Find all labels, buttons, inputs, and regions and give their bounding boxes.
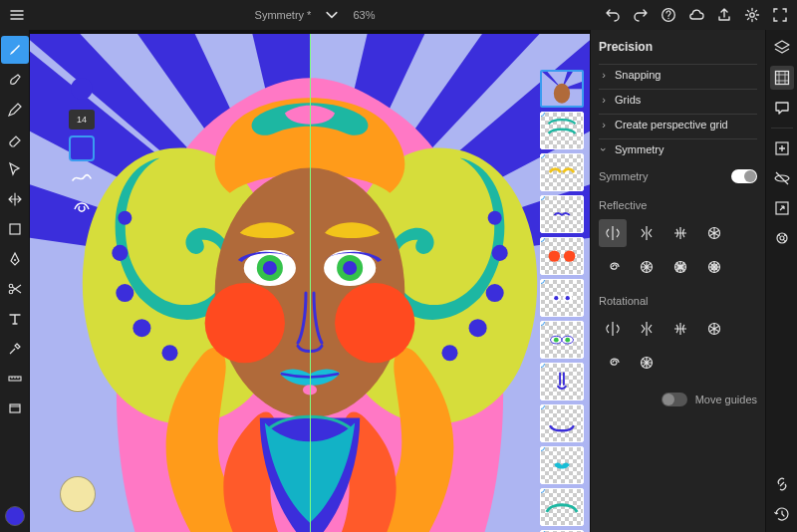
rotational-label: Rotational	[599, 289, 757, 311]
rotational-option-4[interactable]	[666, 315, 694, 343]
section-symmetry[interactable]: › Symmetry	[599, 138, 757, 159]
scissors-tool[interactable]	[1, 275, 29, 303]
brush-tool[interactable]	[1, 36, 29, 64]
section-label: Grids	[615, 94, 641, 106]
layer-thumb[interactable]	[540, 195, 584, 233]
cloud-sync-icon[interactable]	[687, 6, 705, 24]
section-label: Create perspective grid	[615, 119, 728, 131]
layer-thumb[interactable]	[540, 112, 584, 149]
stroke-style-wave[interactable]	[69, 167, 95, 189]
svg-point-23	[335, 283, 414, 363]
help-icon[interactable]	[660, 6, 677, 24]
pencil-tool[interactable]	[1, 96, 29, 124]
link-icon[interactable]	[770, 472, 794, 496]
layer-thumb[interactable]	[540, 488, 584, 526]
rotational-option-8[interactable]	[633, 349, 661, 377]
rotational-option-6[interactable]	[700, 315, 728, 343]
blob-brush-tool[interactable]	[1, 66, 29, 94]
reflective-option-dense[interactable]	[700, 253, 728, 281]
svg-point-19	[469, 319, 487, 337]
reflective-option-spiral[interactable]	[599, 253, 627, 281]
svg-point-33	[549, 250, 560, 261]
canvas-viewport[interactable]: 14	[30, 30, 590, 532]
reflective-option-12[interactable]	[666, 253, 694, 281]
brush-color-swatch[interactable]	[69, 135, 95, 161]
layers-panel-icon[interactable]	[770, 36, 794, 60]
svg-point-29	[343, 261, 357, 275]
svg-point-38	[566, 296, 570, 300]
export-icon[interactable]	[770, 196, 794, 220]
svg-point-18	[486, 284, 504, 302]
fullscreen-icon[interactable]	[771, 6, 789, 24]
layer-thumb[interactable]	[540, 279, 584, 317]
svg-point-12	[112, 245, 128, 261]
artboard-tool[interactable]	[1, 395, 29, 422]
reflective-option-vertical[interactable]	[633, 219, 661, 247]
move-guides-toggle[interactable]	[662, 393, 687, 406]
settings-gear-icon[interactable]	[743, 6, 761, 24]
ruler-tool[interactable]	[1, 365, 29, 393]
layer-thumb[interactable]	[540, 446, 584, 484]
reflective-option-8[interactable]	[633, 253, 661, 281]
zoom-level-label[interactable]: 63%	[353, 9, 375, 21]
share-icon[interactable]	[715, 6, 733, 24]
svg-point-4	[14, 259, 16, 261]
svg-point-34	[564, 250, 575, 261]
svg-point-42	[565, 338, 570, 343]
layer-thumb[interactable]	[540, 363, 584, 400]
rotational-option-3[interactable]	[633, 315, 661, 343]
layer-thumb[interactable]	[540, 404, 584, 442]
layer-thumb[interactable]	[540, 237, 584, 275]
section-snapping[interactable]: › Snapping	[599, 64, 757, 85]
visibility-icon[interactable]	[770, 166, 794, 190]
stroke-style-loop[interactable]	[69, 195, 95, 217]
shape-tool[interactable]	[1, 215, 29, 243]
layer-thumbnails	[540, 70, 584, 532]
undo-icon[interactable]	[604, 6, 622, 24]
menu-icon[interactable]	[8, 6, 26, 24]
layer-thumb[interactable]	[540, 153, 584, 191]
appearance-icon[interactable]	[770, 226, 794, 250]
rotational-mode-grid	[599, 315, 757, 381]
rotational-option-spiral[interactable]	[599, 349, 627, 377]
section-grids[interactable]: › Grids	[599, 89, 757, 110]
brush-preview[interactable]	[67, 74, 97, 104]
redo-icon[interactable]	[632, 6, 650, 24]
symmetry-axis-guide[interactable]	[310, 34, 311, 532]
transform-tool[interactable]	[1, 185, 29, 213]
brush-size-value[interactable]: 14	[69, 110, 95, 130]
svg-point-2	[750, 13, 754, 17]
pen-tool[interactable]	[1, 245, 29, 273]
document-title[interactable]: Symmetry *	[255, 9, 312, 21]
chevron-down-icon[interactable]	[323, 6, 341, 24]
svg-point-1	[667, 18, 668, 19]
reflective-label: Reflective	[599, 193, 757, 215]
svg-point-20	[441, 345, 457, 361]
svg-point-16	[488, 211, 502, 225]
reflective-option-2-axis[interactable]	[599, 219, 627, 247]
add-panel-icon[interactable]	[770, 136, 794, 160]
comments-icon[interactable]	[770, 96, 794, 120]
type-tool[interactable]	[1, 305, 29, 333]
touch-shortcut-ring[interactable]	[60, 476, 96, 512]
selection-tool[interactable]	[1, 155, 29, 183]
svg-point-6	[9, 290, 13, 294]
eyedropper-tool[interactable]	[1, 335, 29, 363]
current-color-chip[interactable]	[5, 506, 25, 526]
history-icon[interactable]	[770, 502, 794, 526]
section-perspective[interactable]: › Create perspective grid	[599, 114, 757, 134]
reflective-option-6[interactable]	[700, 219, 728, 247]
reflective-option-4[interactable]	[666, 219, 694, 247]
precision-panel-icon[interactable]	[770, 66, 794, 90]
move-guides-label: Move guides	[695, 394, 757, 405]
layer-thumb[interactable]	[540, 70, 584, 108]
symmetry-toggle[interactable]	[731, 169, 757, 183]
section-label: Snapping	[615, 69, 662, 81]
svg-point-14	[133, 319, 150, 337]
section-label: Symmetry	[615, 143, 664, 155]
svg-point-13	[116, 284, 133, 302]
eraser-tool[interactable]	[1, 126, 29, 153]
chevron-right-icon: ›	[599, 119, 609, 131]
layer-thumb[interactable]	[540, 321, 584, 359]
rotational-option-2[interactable]	[599, 315, 627, 343]
